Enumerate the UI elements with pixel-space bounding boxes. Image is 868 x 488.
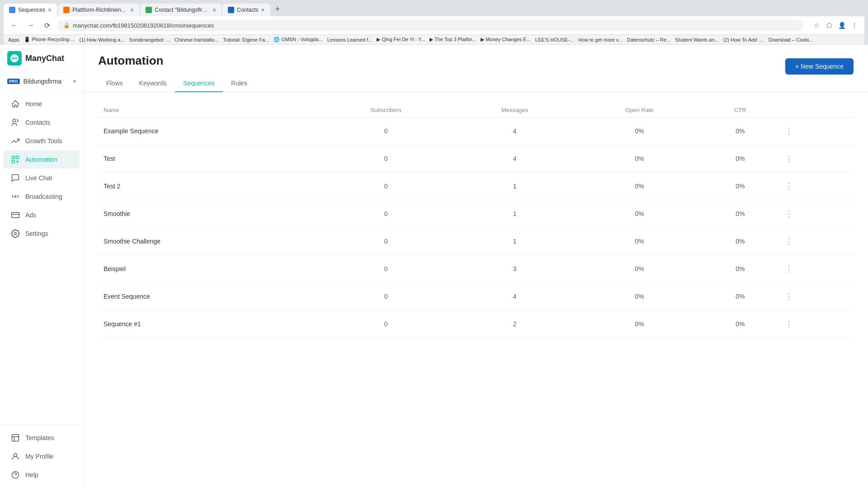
browser-tab-contacts[interactable]: Contacts × <box>222 4 270 16</box>
bookmark-1[interactable]: 📱 Phone Recycling-... <box>24 37 75 42</box>
sidebar-logo: ManyChat <box>0 45 83 72</box>
sequence-name-r5[interactable]: Smoothie Challenge <box>98 228 318 255</box>
sequence-subscribers-r3: 0 <box>318 173 453 200</box>
bookmark-3[interactable]: Sonderangebot: ... <box>129 37 170 42</box>
tab-rules[interactable]: Rules <box>223 75 255 92</box>
sequence-name-r3[interactable]: Test 2 <box>98 173 318 200</box>
more-options-icon[interactable]: ⋮ <box>849 20 860 31</box>
bookmark-star-icon[interactable]: ☆ <box>811 20 822 31</box>
help-icon <box>11 470 20 479</box>
table-row[interactable]: Smoothie Challenge 0 1 0% 0% ⋮ <box>98 228 854 255</box>
bookmark-10[interactable]: ▶ Money Changes E... <box>481 37 531 42</box>
tab-close-contact[interactable]: × <box>212 6 216 14</box>
table-row[interactable]: Event Sequence 0 4 0% 0% ⋮ <box>98 283 854 310</box>
new-tab-button[interactable]: + <box>271 3 284 15</box>
sidebar-item-settings[interactable]: Settings <box>4 225 80 243</box>
bookmark-9[interactable]: ▶ The Top 3 Platfor... <box>429 37 476 42</box>
sidebar-item-help-label: Help <box>25 471 38 479</box>
back-button[interactable]: ← <box>8 19 21 32</box>
sidebar-item-home[interactable]: Home <box>4 95 80 113</box>
tab-favicon-contact <box>146 7 152 13</box>
tab-favicon-contacts <box>228 7 234 13</box>
sequence-messages-r5: 1 <box>454 228 576 255</box>
tab-close-platform[interactable]: × <box>130 6 134 14</box>
more-options-button-r5[interactable]: ⋮ <box>783 235 795 248</box>
browser-tab-platform[interactable]: Plattform-Richtlinien – Übers... × <box>58 4 139 16</box>
more-options-button-r7[interactable]: ⋮ <box>783 290 795 303</box>
bookmark-2[interactable]: (1) How Working a... <box>80 37 125 42</box>
contacts-icon <box>11 118 20 127</box>
header-left: Automation Flows Keywords Sequences Rule… <box>98 54 255 92</box>
svg-point-0 <box>10 54 19 62</box>
sequence-name-r6[interactable]: Beispiel <box>98 255 318 283</box>
tab-keywords[interactable]: Keywords <box>131 75 175 92</box>
sidebar-item-my-profile[interactable]: My Profile <box>4 447 80 465</box>
sidebar-item-templates[interactable]: Templates <box>4 429 80 447</box>
tab-close-sequences[interactable]: × <box>48 6 52 14</box>
bookmark-12[interactable]: How to get more v... <box>578 37 623 42</box>
extension-icon[interactable]: ⬡ <box>824 20 835 31</box>
sequence-name-r7[interactable]: Event Sequence <box>98 283 318 310</box>
sequence-messages-r8: 2 <box>454 310 576 338</box>
tabs: Flows Keywords Sequences Rules <box>98 75 255 92</box>
bookmark-14[interactable]: Student Wants an... <box>675 37 718 42</box>
sequences-content: Name Subscribers Messages Open Rate CTR … <box>84 92 868 488</box>
browser-tab-contact[interactable]: Contact "Bildungsfirma" thro... × <box>140 4 222 16</box>
sidebar-item-ads[interactable]: Ads <box>4 206 80 224</box>
more-options-button-r4[interactable]: ⋮ <box>783 207 795 220</box>
sequence-name-r1[interactable]: Example Sequence <box>98 117 318 145</box>
bookmark-15[interactable]: (2) How To Add .... <box>723 37 764 42</box>
sidebar-item-live-chat[interactable]: Live Chat <box>4 169 80 187</box>
ads-icon <box>11 211 20 220</box>
sidebar-item-automation[interactable]: Automation <box>4 150 80 169</box>
bookmark-16[interactable]: Download – Cooki... <box>769 37 813 42</box>
tab-favicon-sequences <box>9 7 15 13</box>
col-messages: Messages <box>454 103 576 117</box>
main-header: Automation Flows Keywords Sequences Rule… <box>84 45 868 92</box>
more-options-button-r6[interactable]: ⋮ <box>783 263 795 275</box>
browser-tab-sequences[interactable]: Sequences × <box>4 4 57 16</box>
sequence-ctr-r1: 0% <box>703 117 777 145</box>
bookmark-6[interactable]: 🌐 GMSN - Vologda... <box>274 37 323 42</box>
table-row[interactable]: Example Sequence 0 4 0% 0% ⋮ <box>98 117 854 145</box>
table-row[interactable]: Beispiel 0 3 0% 0% ⋮ <box>98 255 854 283</box>
table-row[interactable]: Test 0 4 0% 0% ⋮ <box>98 145 854 173</box>
sidebar-item-contacts[interactable]: Contacts <box>4 113 80 131</box>
sequence-name-r4[interactable]: Smoothie <box>98 200 318 228</box>
profile-icon[interactable]: 👤 <box>836 20 847 31</box>
sequence-subscribers-r1: 0 <box>318 117 453 145</box>
table-row[interactable]: Test 2 0 1 0% 0% ⋮ <box>98 173 854 200</box>
sidebar-item-contacts-label: Contacts <box>25 119 50 126</box>
new-sequence-button[interactable]: + New Sequence <box>785 58 854 75</box>
live-chat-icon <box>11 174 20 183</box>
tab-sequences[interactable]: Sequences <box>175 75 223 92</box>
logo-text: ManyChat <box>25 54 64 63</box>
sequence-name-r8[interactable]: Sequence #1 <box>98 310 318 338</box>
bookmark-13[interactable]: Datenschutz – Re... <box>627 37 671 42</box>
refresh-button[interactable]: ⟳ <box>41 19 53 32</box>
bookmark-8[interactable]: ▶ Qing Fei De Yi - Y... <box>377 37 425 42</box>
more-options-button-r2[interactable]: ⋮ <box>783 152 795 165</box>
sidebar-item-help[interactable]: Help <box>4 466 80 484</box>
sequence-actions-r7: ⋮ <box>777 283 854 310</box>
table-row[interactable]: Sequence #1 0 2 0% 0% ⋮ <box>98 310 854 338</box>
more-options-button-r3[interactable]: ⋮ <box>783 180 795 192</box>
sidebar-account[interactable]: PRO Bildungsfirma ▾ <box>0 72 83 91</box>
sidebar-item-growth-tools[interactable]: Growth Tools <box>4 132 80 150</box>
tab-flows[interactable]: Flows <box>98 75 131 92</box>
tab-close-contacts[interactable]: × <box>261 6 265 14</box>
sidebar-item-broadcasting[interactable]: Broadcasting <box>4 188 80 206</box>
bookmark-apps[interactable]: Apps <box>8 37 19 42</box>
bookmark-5[interactable]: Tutorial: Eigene Fa... <box>223 37 269 42</box>
sequence-name-r2[interactable]: Test <box>98 145 318 173</box>
address-bar[interactable]: 🔒 manychat.com/fb1981502081920618/cms#se… <box>57 20 804 31</box>
forward-button[interactable]: → <box>24 19 37 32</box>
broadcasting-icon <box>11 192 20 201</box>
bookmark-4[interactable]: Chinese translatio... <box>175 37 218 42</box>
more-options-button-r8[interactable]: ⋮ <box>783 318 795 330</box>
more-options-button-r1[interactable]: ⋮ <box>783 125 795 137</box>
bookmark-7[interactable]: Lessons Learned f... <box>327 37 373 42</box>
bookmark-11[interactable]: LEE'S HOUSE-... <box>535 37 574 42</box>
sequence-open-rate-r1: 0% <box>576 117 703 145</box>
table-row[interactable]: Smoothie 0 1 0% 0% ⋮ <box>98 200 854 228</box>
